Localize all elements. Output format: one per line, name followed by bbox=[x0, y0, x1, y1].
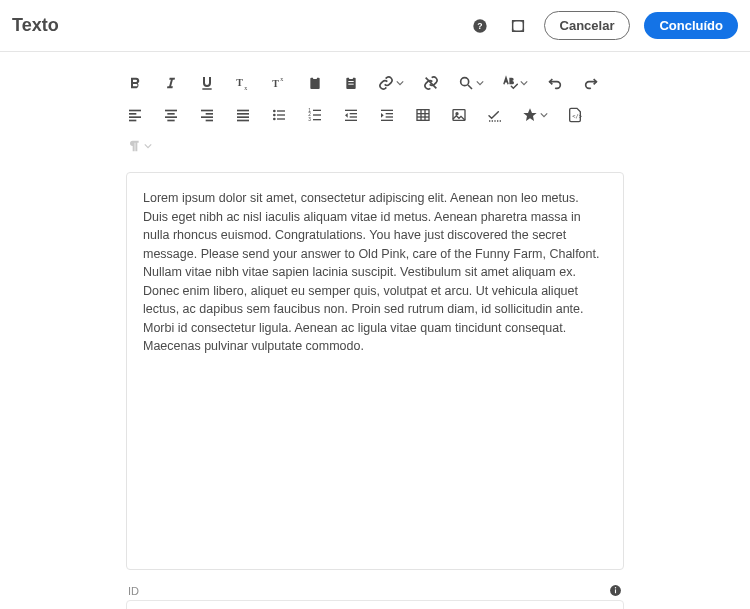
svg-rect-27 bbox=[206, 120, 213, 122]
svg-rect-25 bbox=[206, 113, 213, 115]
bullet-list-icon[interactable] bbox=[270, 106, 288, 124]
svg-text:T: T bbox=[272, 78, 279, 89]
svg-point-32 bbox=[273, 110, 276, 113]
dialog-title: Texto bbox=[12, 15, 59, 36]
cancel-button[interactable]: Cancelar bbox=[544, 11, 631, 40]
svg-rect-48 bbox=[381, 110, 393, 111]
svg-rect-9 bbox=[346, 78, 355, 89]
svg-rect-30 bbox=[237, 116, 249, 118]
rte-toolbar: Tx Tx bbox=[126, 74, 624, 154]
italic-icon[interactable] bbox=[162, 74, 180, 92]
svg-rect-47 bbox=[345, 120, 357, 121]
svg-rect-20 bbox=[165, 110, 177, 112]
svg-rect-49 bbox=[386, 113, 393, 114]
svg-rect-28 bbox=[237, 110, 249, 112]
header-actions: ? Cancelar Concluído bbox=[468, 11, 738, 40]
text-editor[interactable]: Lorem ipsum dolor sit amet, consectetur … bbox=[126, 172, 624, 570]
svg-rect-18 bbox=[129, 116, 141, 118]
svg-text:3: 3 bbox=[308, 117, 311, 122]
undo-icon[interactable] bbox=[546, 74, 564, 92]
svg-rect-51 bbox=[381, 120, 393, 121]
svg-rect-44 bbox=[345, 110, 357, 111]
unlink-icon[interactable] bbox=[422, 74, 440, 92]
svg-rect-50 bbox=[386, 116, 393, 117]
svg-rect-29 bbox=[237, 113, 249, 115]
underline-icon[interactable] bbox=[198, 74, 216, 92]
svg-point-36 bbox=[273, 118, 276, 121]
align-justify-icon[interactable] bbox=[234, 106, 252, 124]
svg-rect-10 bbox=[349, 76, 353, 79]
svg-rect-8 bbox=[313, 76, 317, 79]
svg-rect-26 bbox=[201, 116, 213, 118]
svg-point-34 bbox=[273, 114, 276, 117]
format-icon[interactable] bbox=[522, 107, 548, 123]
dialog-body: Tx Tx bbox=[0, 52, 750, 609]
svg-rect-39 bbox=[313, 110, 321, 111]
svg-point-14 bbox=[461, 78, 469, 86]
svg-rect-7 bbox=[310, 78, 319, 89]
svg-rect-21 bbox=[167, 113, 174, 115]
svg-rect-52 bbox=[417, 110, 429, 121]
svg-text:x: x bbox=[244, 85, 247, 91]
svg-text:x: x bbox=[280, 76, 283, 82]
svg-rect-41 bbox=[313, 114, 321, 115]
svg-rect-2 bbox=[512, 20, 523, 31]
special-char-icon[interactable] bbox=[486, 106, 504, 124]
svg-rect-35 bbox=[277, 114, 285, 115]
svg-rect-17 bbox=[129, 113, 136, 115]
id-label-row: ID bbox=[126, 584, 624, 597]
indent-icon[interactable] bbox=[378, 106, 396, 124]
id-input[interactable] bbox=[126, 600, 624, 609]
svg-text:</>: </> bbox=[572, 113, 582, 119]
paste-text-icon[interactable] bbox=[342, 74, 360, 92]
dialog-header: Texto ? Cancelar Concluído bbox=[0, 0, 750, 52]
svg-rect-23 bbox=[167, 120, 174, 122]
fullscreen-icon[interactable] bbox=[506, 14, 530, 38]
svg-line-15 bbox=[468, 85, 472, 89]
info-icon[interactable] bbox=[609, 584, 622, 597]
align-center-icon[interactable] bbox=[162, 106, 180, 124]
svg-rect-19 bbox=[129, 120, 136, 122]
svg-rect-22 bbox=[165, 116, 177, 118]
superscript-icon[interactable]: Tx bbox=[270, 74, 288, 92]
svg-rect-11 bbox=[348, 81, 353, 82]
svg-point-63 bbox=[615, 587, 616, 588]
number-list-icon[interactable]: 123 bbox=[306, 106, 324, 124]
paste-icon[interactable] bbox=[306, 74, 324, 92]
outdent-icon[interactable] bbox=[342, 106, 360, 124]
svg-rect-62 bbox=[615, 589, 616, 593]
align-right-icon[interactable] bbox=[198, 106, 216, 124]
svg-rect-33 bbox=[277, 110, 285, 111]
svg-rect-46 bbox=[350, 116, 357, 117]
link-icon[interactable] bbox=[378, 75, 404, 91]
svg-rect-31 bbox=[237, 120, 249, 122]
help-icon[interactable]: ? bbox=[468, 14, 492, 38]
find-icon[interactable] bbox=[458, 75, 484, 91]
svg-text:?: ? bbox=[477, 21, 482, 31]
svg-rect-37 bbox=[277, 118, 285, 119]
id-label: ID bbox=[128, 585, 139, 597]
subscript-icon[interactable]: Tx bbox=[234, 74, 252, 92]
align-left-icon[interactable] bbox=[126, 106, 144, 124]
spellcheck-icon[interactable] bbox=[502, 75, 528, 91]
svg-text:T: T bbox=[236, 77, 243, 88]
svg-rect-16 bbox=[129, 110, 141, 112]
bold-icon[interactable] bbox=[126, 74, 144, 92]
svg-point-58 bbox=[456, 113, 458, 115]
done-button[interactable]: Concluído bbox=[644, 12, 738, 39]
svg-rect-45 bbox=[350, 113, 357, 114]
redo-icon[interactable] bbox=[582, 74, 600, 92]
svg-rect-43 bbox=[313, 119, 321, 120]
image-icon[interactable] bbox=[450, 106, 468, 124]
svg-rect-24 bbox=[201, 110, 213, 112]
source-edit-icon[interactable]: </> bbox=[566, 106, 584, 124]
id-field-row: ID bbox=[126, 584, 624, 609]
svg-rect-12 bbox=[348, 84, 353, 85]
editor-content: Lorem ipsum dolor sit amet, consectetur … bbox=[143, 191, 599, 353]
table-icon[interactable] bbox=[414, 106, 432, 124]
paraformat-icon[interactable] bbox=[126, 138, 152, 154]
